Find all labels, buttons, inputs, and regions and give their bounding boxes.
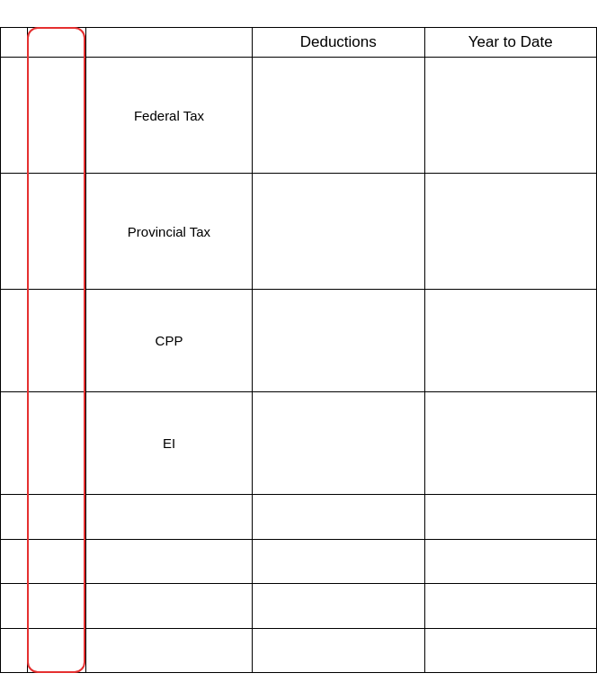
page: Deductions Year to Date Federal Tax Prov… (0, 0, 597, 700)
header-col3-label (86, 28, 253, 58)
cell-r2-c5 (424, 174, 597, 290)
payroll-table: Deductions Year to Date Federal Tax Prov… (0, 27, 597, 673)
cell-r3-c5 (424, 290, 597, 392)
cell-r3-c3: CPP (86, 290, 253, 392)
cell-r1-c4 (253, 58, 425, 174)
cell-r3-c4 (253, 290, 425, 392)
cell-r8-c2 (28, 628, 86, 672)
cell-r6-c5 (424, 539, 597, 583)
cell-r6-c1 (1, 539, 28, 583)
table-row: Provincial Tax (1, 174, 597, 290)
table-row: EI (1, 392, 597, 495)
cell-r6-c4 (253, 539, 425, 583)
cell-r8-c4 (253, 628, 425, 672)
cell-r2-c1 (1, 174, 28, 290)
cell-r8-c1 (1, 628, 28, 672)
cell-r1-c5 (424, 58, 597, 174)
table-row (1, 628, 597, 672)
cell-r1-c2 (28, 58, 86, 174)
table-row (1, 584, 597, 628)
cell-r7-c2 (28, 584, 86, 628)
cell-r5-c2 (28, 495, 86, 539)
table-row: Federal Tax (1, 58, 597, 174)
cell-r8-c3 (86, 628, 253, 672)
cell-r8-c5 (424, 628, 597, 672)
cell-r7-c4 (253, 584, 425, 628)
header-col2-highlight (28, 28, 86, 58)
cell-r5-c4 (253, 495, 425, 539)
cell-r4-c5 (424, 392, 597, 495)
cell-r4-c3: EI (86, 392, 253, 495)
header-col1-partial (1, 28, 28, 58)
cell-r3-c2 (28, 290, 86, 392)
header-col4-deductions: Deductions (253, 28, 425, 58)
header-col5-ytd: Year to Date (424, 28, 597, 58)
cell-r7-c1 (1, 584, 28, 628)
cell-r6-c3 (86, 539, 253, 583)
cell-r3-c1 (1, 290, 28, 392)
cell-r5-c5 (424, 495, 597, 539)
cell-r5-c3 (86, 495, 253, 539)
table-wrapper: Deductions Year to Date Federal Tax Prov… (0, 27, 597, 673)
cell-r1-c1 (1, 58, 28, 174)
cell-r1-c3: Federal Tax (86, 58, 253, 174)
table-row: CPP (1, 290, 597, 392)
cell-r4-c2 (28, 392, 86, 495)
table-row (1, 539, 597, 583)
table-row (1, 495, 597, 539)
cell-r6-c2 (28, 539, 86, 583)
table-header-row: Deductions Year to Date (1, 28, 597, 58)
cell-r7-c5 (424, 584, 597, 628)
cell-r2-c3: Provincial Tax (86, 174, 253, 290)
cell-r2-c4 (253, 174, 425, 290)
cell-r7-c3 (86, 584, 253, 628)
cell-r4-c1 (1, 392, 28, 495)
cell-r2-c2 (28, 174, 86, 290)
cell-r5-c1 (1, 495, 28, 539)
cell-r4-c4 (253, 392, 425, 495)
